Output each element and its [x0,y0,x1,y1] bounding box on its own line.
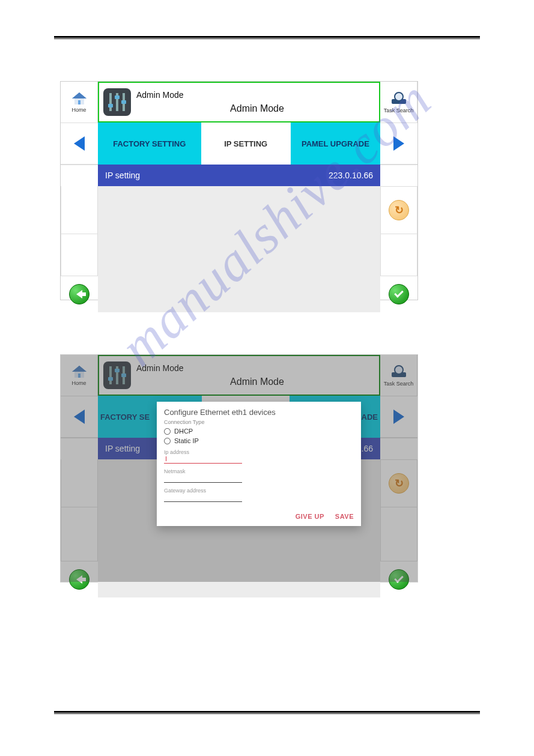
tab-upgrade-label: PAMEL UPGRADE [302,139,369,148]
radio-static-label: Static IP [174,437,199,444]
tab-factory-setting[interactable]: FACTORY SETTING [98,122,201,165]
ip-address-input[interactable]: I [164,455,242,464]
right-gutter-cell [380,234,417,276]
tabs-next-button[interactable] [380,122,417,165]
tab-ip-label: IP SETTING [224,139,267,148]
refresh-button[interactable]: ↻ [380,186,417,234]
tabs-prev-button[interactable] [61,396,98,438]
task-search-button[interactable]: Task Search [380,355,417,396]
home-icon [71,364,88,379]
back-button[interactable] [61,276,98,312]
ip-setting-label: IP setting [105,444,140,453]
task-search-icon [390,91,408,106]
netmask-input[interactable] [164,474,242,483]
admin-mode-title: Admin Mode [135,90,379,100]
ip-setting-value: 223.0.10.66 [329,171,373,180]
ip-address-label: Ip address [164,449,354,455]
left-gutter-cell [61,507,98,561]
tab-ip-setting[interactable]: IP SETTING [201,122,291,165]
svg-rect-24 [121,373,126,377]
svg-marker-15 [72,366,86,372]
dialog-save-button[interactable]: SAVE [335,513,354,520]
admin-mode-subtitle: Admin Mode [135,103,379,114]
configure-ethernet-dialog: Configure Ethernet eth1 devices Connecti… [157,402,361,526]
svg-rect-3 [78,100,80,104]
settings-icon [99,356,135,395]
home-label: Home [71,107,86,113]
svg-rect-23 [115,369,120,372]
connection-type-label: Connection Type [164,419,354,425]
svg-rect-5 [109,93,112,111]
tabs-prev-button[interactable] [61,122,98,165]
right-gutter-cell [380,507,417,561]
screenshot-configure-ethernet-dialog: Home Admin Mode Admin Mode Task Search [60,354,418,582]
tab-factory-label: FACTORY SETTING [113,139,186,148]
task-search-label: Task Search [384,107,414,113]
radio-dhcp[interactable]: DHCP [164,428,354,435]
dialog-title: Configure Ethernet eth1 devices [164,408,354,417]
tab-factory-label: FACTORY SE [100,413,150,422]
content-area [98,561,380,597]
home-icon [71,91,88,106]
svg-rect-22 [108,377,113,381]
back-arrow-icon [69,284,90,304]
confirm-button[interactable] [380,276,417,312]
left-gutter-cell [61,186,98,234]
chevron-right-icon [393,136,404,151]
refresh-icon: ↻ [389,473,409,494]
svg-rect-19 [109,366,112,384]
checkmark-icon [389,284,409,304]
home-button[interactable]: Home [61,355,98,396]
home-label: Home [71,380,86,386]
gateway-input[interactable] [164,494,242,502]
right-gutter-cell [380,165,417,186]
left-gutter-cell [61,459,98,507]
tab-row: FACTORY SETTING IP SETTING PAMEL UPGRADE [61,122,417,165]
radio-icon [164,428,171,435]
home-button[interactable]: Home [61,82,98,122]
admin-mode-header: Admin Mode Admin Mode [98,355,380,396]
svg-rect-8 [108,104,113,107]
admin-mode-title: Admin Mode [135,363,379,373]
right-gutter-cell [380,438,417,459]
app-header: Home Admin Mode Admin Mode Task Search [61,82,417,122]
gateway-label: Gateway address [164,488,354,494]
radio-dhcp-label: DHCP [174,428,193,435]
radio-icon [164,438,171,444]
svg-point-26 [395,366,403,374]
ip-setting-row[interactable]: IP setting 223.0.10.66 [98,165,380,186]
svg-point-12 [395,92,403,101]
netmask-label: Netmask [164,468,354,474]
admin-mode-header: Admin Mode Admin Mode [98,82,380,122]
left-gutter-cell [61,234,98,276]
content-area [98,234,380,276]
chevron-left-icon [74,136,85,151]
confirm-button[interactable] [380,561,417,597]
chevron-right-icon [393,410,404,424]
settings-icon [99,83,135,121]
dialog-giveup-button[interactable]: GIVE UP [296,513,324,520]
screenshot-admin-ip-setting: Home Admin Mode Admin Mode Task Search [60,81,418,300]
content-area [98,276,380,312]
back-button[interactable] [61,561,98,597]
page-divider-bottom [54,711,480,714]
back-arrow-icon [69,569,90,590]
refresh-button[interactable]: ↻ [380,459,417,507]
content-area [98,186,380,234]
svg-rect-9 [115,95,120,99]
svg-rect-10 [121,100,126,104]
tab-panel-upgrade[interactable]: PAMEL UPGRADE [291,122,380,165]
task-search-button[interactable]: Task Search [380,82,417,122]
admin-mode-subtitle: Admin Mode [135,376,379,387]
app-header: Home Admin Mode Admin Mode Task Search [61,355,417,396]
radio-static-ip[interactable]: Static IP [164,437,354,444]
ip-setting-label: IP setting [105,171,140,180]
checkmark-icon [389,569,409,590]
chevron-left-icon [74,410,85,424]
tabs-next-button[interactable] [380,396,417,438]
page-divider-top [54,36,480,39]
task-search-icon [390,364,408,380]
left-gutter-cell [61,438,98,459]
tab-upgrade-label: ADE [362,413,378,422]
left-gutter-cell [61,165,98,186]
